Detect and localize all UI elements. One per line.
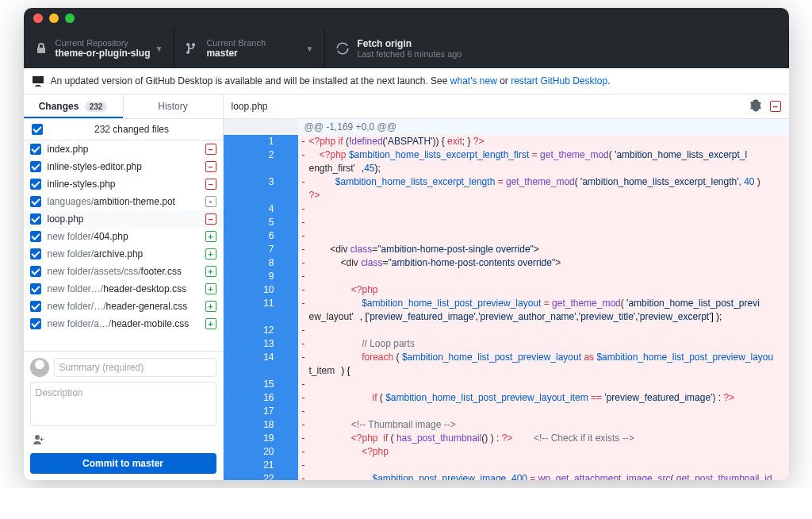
diff-line: - <div class="ambition-home-post-single … [298,243,789,256]
diff-line: - <!-- Thumbnail image --> [298,418,789,432]
file-checkbox[interactable] [30,248,41,260]
window-controls [33,13,75,23]
diff-line: ew_layout', [ 'preview_featured_image', … [298,310,789,324]
file-checkbox[interactable] [30,144,41,155]
file-path: new folder/assets/css/footer.css [48,266,199,277]
minimize-window-button[interactable] [49,13,59,23]
diff-line: - [298,202,789,216]
titlebar [24,8,789,29]
file-list[interactable]: index.php–inline-styles-editor.php–inlin… [24,140,223,351]
file-checkbox[interactable] [30,196,41,207]
diff-line: - <?php [298,283,789,297]
diff-line: - $ambition_home_list_post_preview_layou… [298,297,789,310]
chevron-down-icon: ▼ [155,44,163,53]
fetch-origin-button[interactable]: Fetch origin Last fetched 6 minutes ago [325,29,788,68]
tabs-row: Changes 232 History loop.php – [24,94,789,119]
restart-link[interactable]: restart GitHub Desktop [511,75,607,86]
file-row[interactable]: new folder/404.php+ [24,228,223,245]
commit-button[interactable]: Commit to master [30,453,216,474]
diff-line: - [298,270,789,283]
diff-line: - [298,229,789,243]
select-all-checkbox[interactable] [32,124,43,135]
file-checkbox[interactable] [30,213,41,225]
hunk-header: @@ -1,169 +0,0 @@ [298,119,789,135]
tab-changes[interactable]: Changes 232 [24,94,124,118]
gear-icon[interactable] [749,99,762,114]
file-checkbox[interactable] [30,179,41,190]
diff-file-header: loop.php – [224,94,789,118]
diff-line: ?> [298,189,789,202]
file-checkbox[interactable] [30,318,41,329]
commit-form: Summary (required) Description Commit to… [24,351,223,480]
file-checkbox[interactable] [30,231,41,242]
changed-files-count: 232 changed files [49,124,215,135]
file-path: new folder…/header-desktop.css [48,283,199,294]
file-row[interactable]: index.php– [24,140,223,158]
diff-line: t_item ) { [298,364,789,378]
diff-line: - [298,216,789,229]
code-area[interactable]: @@ -1,169 +0,0 @@ -<?php if (!defined('A… [298,119,789,480]
diff-line: - [298,405,789,418]
diff-line: - foreach ( $ambition_home_list_post_pre… [298,351,789,364]
file-path: new folder/a…/header-mobile.css [48,318,199,329]
file-row[interactable]: new folder/assets/css/footer.css+ [24,263,223,280]
file-row[interactable]: languages/ambition-theme.pot• [24,193,223,210]
file-row[interactable]: inline-styles.php– [24,175,223,193]
summary-input[interactable]: Summary (required) [54,358,216,377]
lock-icon [35,42,48,55]
file-status-icon: + [205,248,216,260]
file-row[interactable]: new folder/…/header-general.css+ [24,298,223,315]
file-status-icon: + [205,231,216,242]
file-row[interactable]: inline-styles-editor.php– [24,158,223,175]
file-path: inline-styles-editor.php [48,161,199,172]
file-status-icon: + [205,301,216,312]
add-coauthor-button[interactable] [30,431,48,448]
diff-line: - <?php if ( has_post_thumbnail() ) : ?>… [298,432,789,445]
zoom-window-button[interactable] [65,13,75,23]
select-all-row[interactable]: 232 changed files [24,119,223,140]
current-repository-dropdown[interactable]: Current Repository theme-or-plugin-slug … [24,29,175,68]
file-status-icon: – [205,161,216,172]
file-path: loop.php [48,213,199,225]
collapse-diff-button[interactable]: – [770,101,781,112]
whats-new-link[interactable]: what's new [450,75,497,86]
chevron-down-icon: ▼ [306,44,314,53]
diff-line: - [298,324,789,337]
repo-value: theme-or-plugin-slug [56,48,151,59]
description-input[interactable]: Description [30,382,216,426]
diff-line: - [298,378,789,391]
file-row[interactable]: new folder…/header-desktop.css+ [24,280,223,298]
file-row[interactable]: new folder/a…/header-mobile.css+ [24,315,223,333]
changes-sidebar: 232 changed files index.php–inline-style… [24,119,224,480]
file-row[interactable]: new folder/archive.php+ [24,245,223,263]
file-path: new folder/…/header-general.css [48,301,199,312]
changes-count-badge: 232 [85,102,108,112]
line-number-gutter: 12345678910111213141516171819202122 [224,119,298,480]
diff-line: - if ( $ambition_home_list_post_preview_… [298,391,789,405]
toolbar: Current Repository theme-or-plugin-slug … [24,29,789,68]
diff-line: - <?php [298,445,789,459]
desktop-icon [32,75,44,87]
file-checkbox[interactable] [30,301,41,312]
avatar [30,358,49,377]
file-status-icon: – [205,179,216,190]
branch-value: master [206,48,301,59]
file-status-icon: – [205,213,216,225]
file-status-icon: • [205,196,216,207]
fetch-sub: Last fetched 6 minutes ago [357,49,776,59]
file-status-icon: – [205,144,216,155]
tab-history[interactable]: History [124,94,224,118]
file-row[interactable]: loop.php– [24,210,223,228]
file-checkbox[interactable] [30,283,41,294]
sync-icon [336,42,349,55]
current-branch-dropdown[interactable]: Current Branch master ▼ [174,29,325,68]
diff-line: - // Loop parts [298,337,789,351]
file-status-icon: + [205,318,216,329]
banner-text: An updated version of GitHub Desktop is … [51,75,611,86]
file-checkbox[interactable] [30,161,41,172]
diff-line: - <div class="ambition-home-post-content… [298,256,789,270]
file-path: index.php [48,144,199,155]
file-checkbox[interactable] [30,266,41,277]
diff-line: ength_first', 45 ); [298,162,789,175]
close-window-button[interactable] [33,13,43,23]
